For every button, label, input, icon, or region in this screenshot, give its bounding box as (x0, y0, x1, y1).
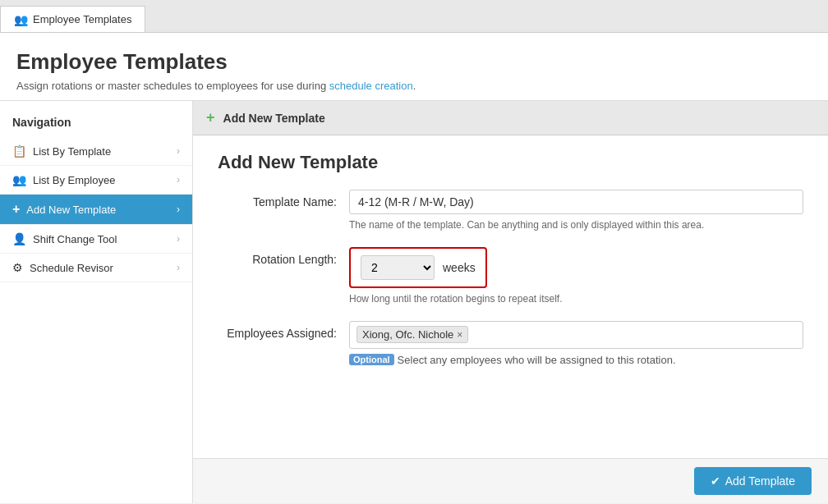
tab-icon: 👥 (14, 13, 28, 26)
form-area: Add New Template Template Name: The name… (193, 135, 828, 458)
sidebar-item-add-new-template[interactable]: + Add New Template › (0, 195, 192, 225)
chevron-icon: › (177, 262, 180, 273)
rotation-box: 1 2 3 4 5 6 7 8 weeks (349, 247, 487, 288)
content-footer: ✔ Add Template (193, 458, 828, 503)
employees-hint-text: Select any employees who will be assigne… (398, 354, 676, 366)
chevron-icon: › (177, 233, 180, 245)
sidebar-item-label: Schedule Revisor (30, 262, 113, 274)
rotation-length-row: Rotation Length: 1 2 3 4 5 6 7 8 (218, 247, 803, 306)
employees-assigned-row: Employees Assigned: Xiong, Ofc. Nichole … (218, 321, 803, 366)
rotation-length-field: 1 2 3 4 5 6 7 8 weeks How long until the… (349, 247, 803, 306)
employees-assigned-label: Employees Assigned: (218, 321, 349, 340)
chevron-icon: › (177, 145, 180, 157)
rotation-length-label: Rotation Length: (218, 247, 349, 266)
schedule-revisor-icon: ⚙ (12, 261, 23, 274)
chevron-icon: › (177, 204, 180, 215)
template-name-hint: The name of the template. Can be anythin… (349, 218, 803, 232)
sidebar-item-label: Add New Template (26, 204, 116, 216)
sidebar-item-shift-change-tool[interactable]: 👤 Shift Change Tool › (0, 225, 192, 254)
add-template-label: Add Template (725, 474, 795, 488)
employee-templates-tab[interactable]: 👥 Employee Templates (0, 6, 145, 32)
template-name-field: The name of the template. Can be anythin… (349, 190, 803, 232)
tab-label: Employee Templates (33, 13, 131, 25)
template-name-input[interactable] (349, 190, 803, 214)
add-new-template-icon: + (12, 202, 20, 217)
chevron-icon: › (177, 174, 180, 186)
employee-tag: Xiong, Ofc. Nichole × (356, 326, 468, 343)
optional-badge: Optional (349, 354, 394, 365)
sidebar-item-list-by-template[interactable]: 📋 List By Template › (0, 137, 192, 166)
subtitle-link[interactable]: schedule creation (329, 80, 413, 92)
add-template-icon: ✔ (711, 474, 720, 488)
sidebar-header: Navigation (0, 109, 192, 137)
sidebar: Navigation 📋 List By Template › 👥 List B… (0, 101, 193, 503)
employee-tag-name: Xiong, Ofc. Nichole (362, 328, 453, 341)
page-header: Employee Templates Assign rotations or m… (0, 33, 828, 101)
template-name-label: Template Name: (218, 190, 349, 208)
page-title: Employee Templates (16, 49, 812, 75)
employees-assigned-field: Xiong, Ofc. Nichole × Optional Select an… (349, 321, 803, 366)
tab-bar: 👥 Employee Templates (0, 0, 828, 33)
rotation-select[interactable]: 1 2 3 4 5 6 7 8 (361, 255, 435, 280)
page-subtitle: Assign rotations or master schedules to … (16, 80, 812, 92)
subtitle-text: Assign rotations or master schedules to … (16, 80, 329, 92)
sidebar-item-label: Shift Change Tool (33, 233, 117, 245)
content-plus-icon: + (206, 109, 215, 126)
sidebar-item-label: List By Template (33, 145, 111, 158)
content-panel-header: + Add New Template (193, 101, 828, 135)
tag-remove-button[interactable]: × (457, 329, 462, 341)
content-header-label: Add New Template (223, 112, 325, 125)
body-layout: Navigation 📋 List By Template › 👥 List B… (0, 101, 828, 503)
sidebar-item-schedule-revisor[interactable]: ⚙ Schedule Revisor › (0, 254, 192, 282)
add-template-button[interactable]: ✔ Add Template (694, 467, 812, 495)
sidebar-item-label: List By Employee (33, 174, 115, 186)
rotation-hint: How long until the rotation begins to re… (349, 292, 803, 306)
sidebar-item-list-by-employee[interactable]: 👥 List By Employee › (0, 166, 192, 195)
template-name-row: Template Name: The name of the template.… (218, 190, 803, 232)
employee-tag-input[interactable]: Xiong, Ofc. Nichole × (349, 321, 803, 349)
subtitle-period: . (413, 80, 416, 92)
employees-hint: Optional Select any employees who will b… (349, 354, 803, 366)
shift-change-icon: 👤 (12, 232, 26, 245)
list-by-template-icon: 📋 (12, 144, 26, 158)
weeks-label: weeks (443, 261, 476, 274)
form-title: Add New Template (218, 152, 803, 173)
list-by-employee-icon: 👥 (12, 173, 26, 186)
content-panel: + Add New Template Add New Template Temp… (193, 101, 828, 503)
